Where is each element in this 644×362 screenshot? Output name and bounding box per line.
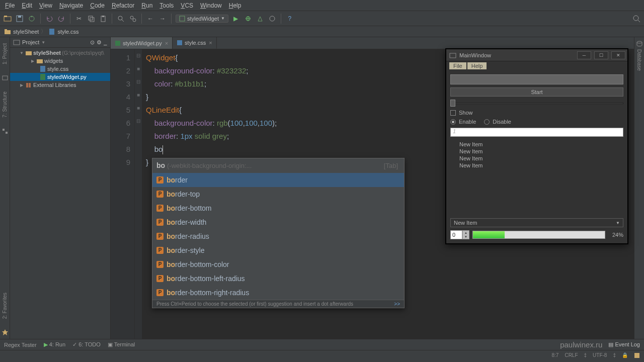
- svg-rect-3: [18, 16, 21, 18]
- crumb-file[interactable]: style.css: [57, 29, 78, 35]
- line-gutter: 123456789: [111, 49, 135, 339]
- paste-icon[interactable]: [99, 14, 108, 23]
- debug-icon[interactable]: [244, 14, 253, 23]
- menu-help[interactable]: Help: [226, 1, 245, 10]
- qt-menu-file[interactable]: File: [449, 62, 466, 69]
- svg-point-19: [633, 16, 638, 21]
- qt-listwidget[interactable]: New ItemNew ItemNew ItemNew Item: [450, 140, 623, 215]
- menu-window[interactable]: Window: [197, 1, 225, 10]
- qt-progressbar: [472, 231, 605, 239]
- save-icon[interactable]: [15, 14, 24, 23]
- status-bar: 8:7 CRLF‡ UTF-8‡ 🔒: [0, 350, 644, 360]
- coverage-icon[interactable]: [256, 14, 265, 23]
- hide-icon[interactable]: ⎯: [104, 39, 107, 46]
- qt-lineedit-1[interactable]: [450, 74, 623, 84]
- menu-view[interactable]: View: [36, 1, 55, 10]
- qt-spinbox[interactable]: 0 ▲▼: [450, 230, 469, 239]
- svg-rect-28: [14, 40, 20, 45]
- status-inspector-icon[interactable]: [634, 352, 640, 358]
- tab-styledwidget[interactable]: styledWidget.py ×: [111, 37, 173, 49]
- ac-item[interactable]: Pborder-bottom: [152, 201, 404, 215]
- tab-stylecss[interactable]: style.css ×: [173, 37, 217, 49]
- help-icon[interactable]: ?: [285, 14, 294, 23]
- svg-rect-21: [5, 30, 11, 34]
- tree-external-libs[interactable]: ▶ External Libraries: [10, 81, 110, 89]
- qt-start-button[interactable]: Start: [450, 87, 623, 97]
- menu-file[interactable]: File: [2, 1, 18, 10]
- qt-show-checkbox[interactable]: Show: [450, 110, 623, 116]
- rail-favorites[interactable]: 2: Favorites: [2, 291, 8, 321]
- qt-slider[interactable]: [450, 100, 623, 107]
- ac-item[interactable]: Pborder-bottom-left-radius: [152, 272, 404, 286]
- ac-footer: Press Ctrl+Period to choose the selected…: [152, 300, 404, 308]
- menu-edit[interactable]: Edit: [19, 1, 35, 10]
- project-title: Project: [22, 39, 39, 45]
- run-icon[interactable]: ▶: [231, 14, 240, 23]
- forward-icon[interactable]: →: [158, 14, 167, 23]
- minimize-button[interactable]: ─: [577, 51, 591, 59]
- svg-rect-36: [177, 40, 182, 45]
- bottom-regex[interactable]: Regex Tester: [4, 342, 37, 348]
- menu-code[interactable]: Code: [87, 1, 108, 10]
- svg-point-11: [130, 16, 133, 19]
- status-enc[interactable]: UTF-8: [593, 352, 607, 358]
- replace-icon[interactable]: [128, 14, 137, 23]
- qt-disable-radio[interactable]: Disable: [484, 119, 511, 125]
- open-icon[interactable]: [3, 14, 12, 23]
- rail-project[interactable]: 1: Project: [2, 41, 8, 66]
- menu-refactor[interactable]: Refactor: [109, 1, 137, 10]
- close-button[interactable]: ✕: [611, 51, 625, 59]
- rail-structure[interactable]: 7: Structure: [2, 89, 8, 120]
- menu-run[interactable]: Run: [138, 1, 155, 10]
- tree-file-stylecss[interactable]: style.css: [10, 65, 110, 73]
- bottom-toolbar: Regex Tester ▶ 4: Run ✓ 6: TODO ▣ Termin…: [0, 339, 644, 350]
- run-config-dropdown[interactable]: styledWidget ▼: [176, 15, 228, 23]
- redo-icon[interactable]: [57, 14, 66, 23]
- tree-file-styledwidget[interactable]: styledWidget.py: [10, 73, 110, 81]
- cut-icon[interactable]: ✂: [74, 14, 84, 23]
- profile-icon[interactable]: [268, 14, 277, 23]
- svg-rect-34: [29, 83, 31, 87]
- svg-point-18: [270, 16, 275, 21]
- ac-item[interactable]: Pborder-bottom-color: [152, 257, 404, 272]
- back-icon[interactable]: ←: [146, 14, 155, 23]
- svg-point-9: [118, 16, 122, 20]
- qt-enable-radio[interactable]: Enable: [450, 119, 476, 125]
- ac-item[interactable]: Pborder-radius: [152, 229, 404, 243]
- sync-icon[interactable]: [27, 14, 36, 23]
- maximize-button[interactable]: ☐: [594, 51, 608, 59]
- search-everywhere-icon[interactable]: [632, 14, 641, 23]
- project-panel: Project ▼ ⊙ ⚙ ⎯ ▼ styleSheet (G:\project…: [10, 37, 111, 339]
- status-sep[interactable]: CRLF: [565, 352, 578, 358]
- rail-database[interactable]: Database: [636, 47, 642, 73]
- menu-vcs[interactable]: VCS: [178, 1, 196, 10]
- status-lock-icon[interactable]: 🔒: [622, 352, 628, 358]
- ac-item[interactable]: Pborder-width: [152, 215, 404, 229]
- close-icon[interactable]: ×: [165, 40, 168, 46]
- menu-tools[interactable]: Tools: [156, 1, 177, 10]
- bottom-run[interactable]: ▶ 4: Run: [44, 341, 65, 348]
- qt-app-icon: [449, 52, 456, 59]
- ac-item[interactable]: Pborder-style: [152, 243, 404, 257]
- qt-combobox[interactable]: New Item▼: [450, 218, 623, 227]
- close-icon[interactable]: ×: [209, 40, 212, 46]
- qt-lineedit-2[interactable]: 1: [450, 128, 623, 137]
- ac-item[interactable]: Pborder-top: [152, 187, 404, 201]
- menu-navigate[interactable]: Navigate: [56, 1, 86, 10]
- ac-item[interactable]: Pborder-bottom-right-radius: [152, 286, 404, 300]
- find-icon[interactable]: [116, 14, 125, 23]
- bottom-eventlog[interactable]: ▤ Event Log: [608, 341, 640, 348]
- qt-menu-help[interactable]: Help: [467, 62, 487, 69]
- ac-item[interactable]: Pborder: [152, 173, 404, 187]
- tree-root[interactable]: ▼ styleSheet (G:\projects\pyqt\: [10, 49, 110, 57]
- copy-icon[interactable]: [87, 14, 96, 23]
- qt-titlebar[interactable]: MainWindow ─ ☐ ✕: [446, 49, 627, 61]
- settings-icon[interactable]: ⚙: [97, 39, 102, 46]
- tree-folder-widgets[interactable]: ▶ widgets: [10, 57, 110, 65]
- bottom-terminal[interactable]: ▣ Terminal: [108, 341, 135, 348]
- bottom-todo[interactable]: ✓ 6: TODO: [72, 341, 101, 348]
- undo-icon[interactable]: [45, 14, 54, 23]
- svg-rect-22: [5, 29, 7, 31]
- crumb-folder[interactable]: styleSheet: [13, 29, 39, 35]
- collapse-icon[interactable]: ⊙: [90, 39, 95, 46]
